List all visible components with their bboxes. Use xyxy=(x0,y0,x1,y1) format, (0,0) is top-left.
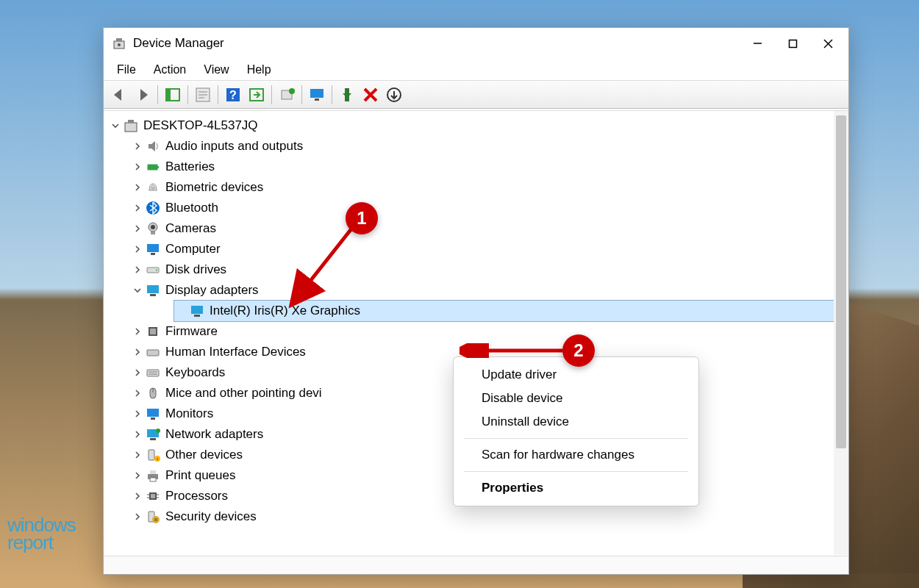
label: Security devices xyxy=(165,506,257,527)
chevron-right-icon[interactable] xyxy=(130,472,145,479)
computer-icon xyxy=(123,118,139,133)
svg-rect-32 xyxy=(147,244,159,252)
ctx-sep xyxy=(464,438,688,439)
display-adapter-icon xyxy=(189,304,205,318)
chevron-right-icon[interactable] xyxy=(130,492,145,500)
annotation-callout-1: 1 xyxy=(346,202,378,234)
svg-rect-25 xyxy=(128,120,134,123)
svg-rect-53 xyxy=(149,450,154,460)
chevron-right-icon[interactable] xyxy=(130,266,145,273)
chevron-right-icon[interactable] xyxy=(130,348,145,356)
monitor-icon xyxy=(145,406,161,421)
tree-item-security[interactable]: Security devices xyxy=(130,506,834,527)
tree-item-disk[interactable]: Disk drives xyxy=(130,259,834,280)
tree-item-bluetooth[interactable]: Bluetooth xyxy=(130,198,834,218)
chip-icon xyxy=(145,324,161,339)
chevron-right-icon[interactable] xyxy=(130,390,145,397)
svg-rect-42 xyxy=(147,350,159,356)
chevron-right-icon[interactable] xyxy=(130,245,145,253)
svg-rect-26 xyxy=(148,165,157,170)
display-button[interactable] xyxy=(306,84,328,106)
label: Processors xyxy=(165,486,228,506)
label: Batteries xyxy=(165,157,215,177)
label: Display adapters xyxy=(165,280,259,301)
help-button[interactable]: ? xyxy=(222,84,244,106)
chevron-right-icon[interactable] xyxy=(130,431,145,438)
scrollbar-thumb[interactable] xyxy=(836,115,846,448)
chevron-down-icon[interactable] xyxy=(108,122,123,129)
ctx-scan-hardware[interactable]: Scan for hardware changes xyxy=(454,443,698,467)
menu-file[interactable]: File xyxy=(110,62,143,78)
ctx-disable-device[interactable]: Disable device xyxy=(454,387,698,410)
hid-icon xyxy=(145,345,161,359)
tree-item-computer[interactable]: Computer xyxy=(130,239,834,259)
keyboard-icon xyxy=(145,365,161,380)
scan-button[interactable] xyxy=(246,84,268,106)
tree-item-display[interactable]: Display adapters xyxy=(130,280,834,301)
ctx-sep xyxy=(464,471,688,472)
svg-rect-21 xyxy=(315,98,319,101)
menu-view[interactable]: View xyxy=(196,62,236,78)
chevron-right-icon[interactable] xyxy=(130,369,145,376)
label: Disk drives xyxy=(165,259,226,280)
chevron-right-icon[interactable] xyxy=(130,513,145,520)
label: Firmware xyxy=(165,321,218,342)
label: Keyboards xyxy=(165,362,225,383)
chevron-right-icon[interactable] xyxy=(130,225,145,232)
uninstall-button[interactable] xyxy=(360,84,382,106)
chevron-right-icon[interactable] xyxy=(130,204,145,212)
svg-rect-51 xyxy=(150,438,156,440)
titlebar[interactable]: Device Manager xyxy=(104,28,848,59)
label: Human Interface Devices xyxy=(165,342,306,362)
tree-item-firmware[interactable]: Firmware xyxy=(130,321,834,342)
label: Other devices xyxy=(165,445,243,465)
tree-item-cameras[interactable]: Cameras xyxy=(130,218,834,239)
svg-rect-20 xyxy=(310,89,323,98)
chevron-right-icon[interactable] xyxy=(130,328,145,335)
back-button[interactable] xyxy=(108,84,130,106)
svg-rect-41 xyxy=(150,329,156,334)
disk-icon xyxy=(145,262,161,277)
disable-button[interactable] xyxy=(383,84,405,106)
toolbar-sep xyxy=(157,85,158,104)
tree-item-biometric[interactable]: Biometric devices xyxy=(130,177,834,198)
tree-root[interactable]: DESKTOP-4L537JQ xyxy=(108,115,834,136)
close-button[interactable] xyxy=(810,28,845,59)
monitor-icon xyxy=(145,242,161,257)
svg-rect-67 xyxy=(154,518,157,521)
forward-button[interactable] xyxy=(132,84,154,106)
svg-rect-49 xyxy=(151,417,155,420)
properties-button[interactable] xyxy=(192,84,214,106)
minimize-button[interactable] xyxy=(740,28,775,59)
menu-help[interactable]: Help xyxy=(240,62,279,78)
chevron-right-icon[interactable] xyxy=(130,410,145,417)
svg-text:?: ? xyxy=(229,89,237,101)
svg-point-30 xyxy=(151,225,155,229)
chevron-right-icon[interactable] xyxy=(130,184,145,191)
tree-item-batteries[interactable]: Batteries xyxy=(130,157,834,177)
svg-rect-37 xyxy=(150,294,156,296)
chevron-right-icon[interactable] xyxy=(130,143,145,150)
ctx-uninstall-device[interactable]: Uninstall device xyxy=(454,410,698,434)
watermark-line2: report xyxy=(7,534,76,551)
titlebar-left: Device Manager xyxy=(112,36,224,51)
svg-point-52 xyxy=(156,429,160,433)
chevron-right-icon[interactable] xyxy=(130,163,145,171)
security-icon xyxy=(145,509,161,524)
enable-button[interactable] xyxy=(336,84,358,106)
menu-action[interactable]: Action xyxy=(146,62,193,78)
watermark: windows report xyxy=(7,517,76,551)
ctx-properties[interactable]: Properties xyxy=(454,476,698,500)
svg-rect-43 xyxy=(147,370,159,376)
vertical-scrollbar[interactable] xyxy=(834,111,848,555)
window-title: Device Manager xyxy=(133,36,224,51)
update-button[interactable] xyxy=(276,84,298,106)
svg-rect-36 xyxy=(147,285,159,293)
mouse-icon xyxy=(145,386,161,401)
chevron-right-icon[interactable] xyxy=(130,451,145,459)
tree-item-intel-xe[interactable]: Intel(R) Iris(R) Xe Graphics xyxy=(174,301,834,321)
chevron-down-icon[interactable] xyxy=(130,287,145,294)
show-hide-button[interactable] xyxy=(162,84,184,106)
tree-item-audio[interactable]: Audio inputs and outputs xyxy=(130,136,834,157)
maximize-button[interactable] xyxy=(775,28,810,59)
